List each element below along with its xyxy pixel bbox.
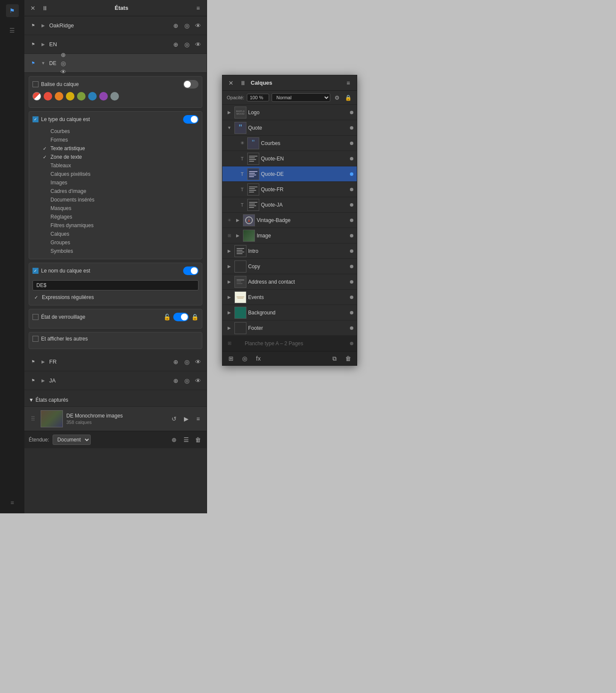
check-regex[interactable]: ✓ Expressions régulières [33,293,198,302]
nom-checkbox[interactable]: ✓ [33,268,38,274]
layer-row-courbes[interactable]: ✳ " Courbes [222,136,357,151]
layer-row-planche[interactable]: ⊞ Planche type A – 2 Pages [222,336,357,351]
expand-address[interactable]: ▶ [226,278,233,285]
color-dot-3[interactable] [66,92,74,101]
layer-row-events[interactable]: ▶ Events [222,290,357,305]
nom-input[interactable] [33,280,198,290]
state-row-ja[interactable]: ⚑ ▶ JA ⊕ ◎ 👁 [24,371,207,390]
layer-row-quote-fr[interactable]: T Quote-FR [222,182,357,197]
check-images[interactable]: Images [33,178,198,187]
expand-quote[interactable]: ▼ [226,124,233,131]
check-texte-artistique[interactable]: ✓ Texte artistique [33,144,198,153]
afficher-checkbox[interactable] [33,336,38,342]
balise-toggle[interactable] [183,80,198,89]
layer-row-intro[interactable]: ▶ Intro [222,243,357,259]
delete-layer-icon[interactable]: 🗑 [344,354,352,363]
eye-slash-icon-de[interactable]: ◎ [59,59,68,68]
layer-row-copy[interactable]: ▶ Copy [222,259,357,274]
expand-ja[interactable]: ▶ [40,377,47,384]
footer-target-icon[interactable]: ⊕ [170,435,178,444]
expand-fr[interactable]: ▶ [40,358,47,365]
color-dot-0[interactable] [33,92,41,101]
balise-checkbox[interactable] [33,81,38,87]
check-filtres[interactable]: Filtres dynamiques [33,221,198,230]
check-courbes[interactable]: Courbes [33,127,198,136]
type-checkbox[interactable]: ✓ [33,116,38,122]
eye-slash-icon-en[interactable]: ◎ [183,40,191,49]
layer-row-background[interactable]: ▶ Background [222,305,357,320]
expand-quote-fr[interactable] [233,186,237,193]
more-icon[interactable]: ≡ [194,415,202,423]
layer-row-image[interactable]: ⊞ ▶ Image [222,228,357,243]
color-dot-1[interactable] [44,92,52,101]
expand-courbes[interactable] [233,140,237,147]
fx-icon[interactable]: fx [254,354,263,363]
check-masques[interactable]: Masques [33,204,198,213]
expand-de[interactable]: ▼ [40,60,47,67]
expand-logo[interactable]: ▶ [226,109,233,116]
layer-settings-icon[interactable]: ⚙ [333,93,341,102]
type-toggle[interactable] [183,115,198,124]
layer-row-quote[interactable]: ▼ " Quote [222,120,357,136]
color-dot-7[interactable] [110,92,119,101]
menu-icon[interactable]: ≡ [194,4,202,12]
new-group-icon[interactable]: ⊞ [227,354,235,363]
play-icon[interactable]: ▶ [182,415,190,423]
captured-drag-icon[interactable]: ⠿ [29,415,37,423]
expand-vintage-badge[interactable]: ✳ [226,217,233,224]
duplicate-icon[interactable]: ⧉ [330,354,339,363]
check-calques-pix[interactable]: Calques pixélisés [33,170,198,178]
state-row-en[interactable]: ⚑ ▶ EN ⊕ ◎ 👁 [24,35,207,54]
bottom-gutter-icon[interactable]: ≡ [6,496,19,509]
calques-pause-icon[interactable]: ⏸ [239,79,247,87]
color-dot-2[interactable] [55,92,63,101]
eye-icon-en[interactable]: 👁 [194,40,202,49]
eye-icon-de[interactable]: 👁 [59,68,68,76]
footer-list-icon[interactable]: ☰ [182,435,190,444]
expand-en[interactable]: ▶ [40,41,47,48]
target-icon-fr[interactable]: ⊕ [172,358,180,366]
check-groupes[interactable]: Groupes [33,238,198,247]
footer-delete-icon[interactable]: 🗑 [194,435,202,444]
eye-icon-fr[interactable]: 👁 [194,358,202,366]
verrouillage-checkbox[interactable] [33,314,38,320]
footer-select[interactable]: Document Sélection Tout [53,435,91,445]
expand-background[interactable]: ▶ [226,309,233,316]
layer-lock-icon[interactable]: 🔒 [344,93,352,102]
close-icon[interactable]: ✕ [29,4,37,12]
eye-slash-icon-ja[interactable]: ◎ [183,376,191,385]
captured-header[interactable]: ▼ États capturés [24,394,207,406]
state-row-oakridge[interactable]: ⚑ ▶ OakRidge ⊕ ◎ 👁 [24,16,207,35]
target-icon-ja[interactable]: ⊕ [172,376,180,385]
opacity-input[interactable] [247,94,269,101]
state-row-fr[interactable]: ⚑ ▶ FR ⊕ ◎ 👁 [24,352,207,371]
nom-toggle[interactable] [183,267,198,275]
eye-icon-ja[interactable]: 👁 [194,376,202,385]
layers-tool-icon[interactable]: ☰ [6,24,19,37]
check-symboles[interactable]: Symboles [33,247,198,255]
layer-row-quote-en[interactable]: T Quote-EN [222,151,357,166]
check-cadres[interactable]: Cadres d'image [33,187,198,195]
expand-quote-de[interactable] [233,171,237,178]
state-row-de[interactable]: ⚑ ▼ DE ⊕ ◎ 👁 [24,54,207,73]
check-reglages[interactable]: Réglages [33,213,198,221]
expand-footer[interactable]: ▶ [226,325,233,332]
expand-image[interactable]: ⊞ [226,232,233,239]
check-zone-texte[interactable]: ✓ Zone de texte [33,153,198,161]
expand-quote-en[interactable] [233,155,237,162]
check-tableaux[interactable]: Tableaux [33,161,198,170]
color-dot-5[interactable] [88,92,97,101]
eye-slash-icon-fr[interactable]: ◎ [183,358,191,366]
layer-row-vintage-badge[interactable]: ✳ ▶ 🗼 Vintage-Badge [222,213,357,228]
blend-select[interactable]: Normal Multiplier Screen [272,93,330,102]
expand-events[interactable]: ▶ [226,294,233,301]
expand-intro[interactable]: ▶ [226,248,233,255]
check-calques[interactable]: Calques [33,230,198,238]
expand-copy[interactable]: ▶ [226,263,233,270]
mask-icon[interactable]: ◎ [240,354,249,363]
calques-menu-icon[interactable]: ≡ [344,79,352,87]
target-icon-de[interactable]: ⊕ [59,50,68,59]
layer-row-address[interactable]: ▶ Address and contact [222,274,357,290]
layer-row-logo[interactable]: ▶ MAPLEWOOD Logo [222,105,357,120]
reset-icon[interactable]: ↺ [170,415,178,423]
